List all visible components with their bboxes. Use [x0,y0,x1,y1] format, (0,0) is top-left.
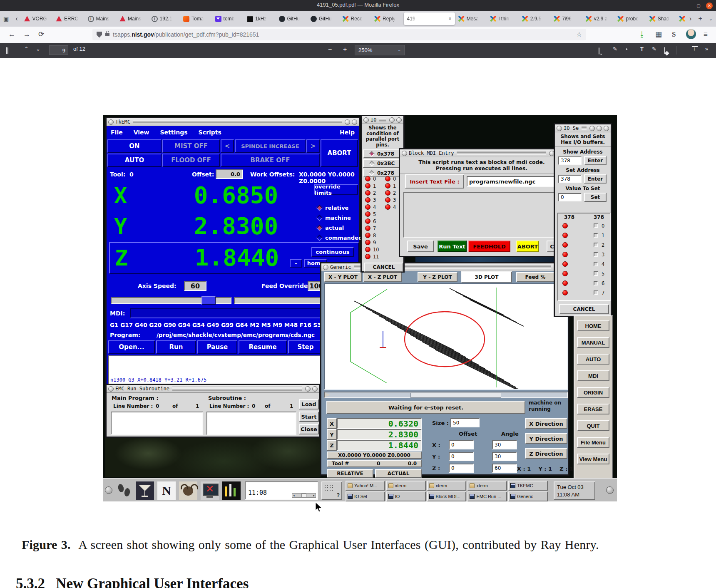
browser-tab[interactable]: Reply [372,12,403,25]
offset-field[interactable]: 0.0 [216,169,243,179]
browser-tab[interactable]: GitHu [308,12,339,25]
browser-tab[interactable]: Shad [647,12,678,25]
browser-tab[interactable]: Toma [181,12,212,25]
io-set-titlebar[interactable]: IO Se [555,124,611,132]
scrollbar-thumb[interactable] [410,393,501,398]
firefox-view-icon[interactable]: ▣ [0,15,12,23]
angle-field[interactable]: 30 [492,452,517,461]
axis-speed-value[interactable]: 60 [184,281,206,291]
footprint-launcher-icon[interactable] [115,481,133,500]
abort-button[interactable]: ABORT [516,241,539,252]
menu-item[interactable]: View [134,129,149,136]
zoom-in-icon[interactable]: + [343,46,347,53]
mode-menu-button[interactable]: MDI [577,370,609,381]
maximize-icon[interactable]: ▢ [695,2,702,9]
window-menu-icon[interactable] [323,265,328,270]
maximize-icon[interactable] [312,386,318,392]
axis-letter-button[interactable]: X [327,418,337,429]
on-button[interactable]: ON [107,139,162,153]
taskbar-window-button[interactable]: Block MDI... [427,491,467,501]
browser-tab[interactable]: Mains [85,12,117,25]
extensions-puzzle-icon[interactable]: ▦ [655,30,662,39]
offset-field[interactable]: 0 [449,440,474,449]
url-bar[interactable]: tsapps.nist.gov/publication/get_pdf.cfm?… [92,29,586,40]
browser-tab[interactable]: VORG [22,12,53,25]
lock-icon[interactable] [105,33,109,36]
window-menu-icon[interactable] [363,117,369,123]
axis-speed-slider-thumb[interactable] [201,296,216,305]
file-path-field[interactable]: programs/newfile.ngc [467,176,560,187]
maximize-icon[interactable] [597,126,602,131]
browser-tab[interactable]: v2.9 a [583,12,614,25]
iconify-icon[interactable] [305,386,311,392]
browser-tab[interactable]: tomb [213,12,244,25]
browser-tab[interactable]: 1kHz [244,12,276,25]
taskbar-window-button[interactable]: Yahoo! M... [346,481,385,491]
back-icon[interactable]: ← [8,30,15,39]
menu-item[interactable]: Scripts [199,129,221,136]
window-menu-icon[interactable] [108,119,114,125]
main-program-box[interactable] [111,412,203,435]
bit-checkbox[interactable] [594,252,598,257]
port-radio[interactable]: 0x378 [363,149,402,158]
run-text-button[interactable]: Run Text [438,241,467,252]
axis-letter-button[interactable]: Z [327,440,337,451]
io-set-cancel-button[interactable]: CANCEL [559,304,609,314]
auto-button[interactable]: AUTO [107,154,162,167]
offset-field[interactable]: 0 [449,452,474,461]
iconify-icon[interactable] [389,117,395,123]
minimize-icon[interactable]: — [684,2,691,9]
relative-button[interactable]: RELATIVE [327,469,373,478]
page-number-input[interactable]: 9 [49,45,68,55]
new-tab-icon[interactable]: + [695,14,705,23]
io-cancel-button[interactable]: CANCEL [364,263,403,272]
browser-tab[interactable]: 2.9.5 [520,12,551,25]
display-launcher-icon[interactable]: ✕ [201,481,219,500]
program-control-button[interactable]: Step [288,340,323,354]
angle-field[interactable]: 30 [492,440,517,449]
bit-checkbox[interactable] [594,281,598,285]
bit-checkbox[interactable] [594,233,598,238]
radio-option[interactable]: relative [317,203,362,213]
bit-checkbox[interactable] [594,271,598,276]
mode-menu-button[interactable]: File Menu [577,437,609,448]
radio-option[interactable]: commanded [317,233,362,243]
menu-item-help[interactable]: Help [340,129,355,136]
radio-option[interactable]: actual [317,223,362,233]
subroutine-box[interactable] [206,412,296,435]
bookmark-star-icon[interactable]: ☆ [577,31,582,38]
tab-yz-plot[interactable]: Y - Z PLOT [418,272,457,282]
taskbar-window-button[interactable]: Generic [508,491,548,501]
page-up-icon[interactable]: ⌃ [24,46,29,52]
bit-checkbox[interactable] [594,223,598,228]
bit-checkbox[interactable] [594,243,598,247]
browser-tab[interactable]: Mesa [456,12,487,25]
mode-menu-button[interactable]: ORIGIN [577,387,609,398]
menu-item[interactable]: File [111,129,123,136]
spindle-decrease-button[interactable]: < [221,139,234,153]
close-button[interactable]: Close [299,424,319,434]
tab-overflow-icon[interactable]: › [686,14,695,23]
program-control-button[interactable]: Open... [108,340,155,354]
radio-option[interactable]: machine [317,213,362,223]
program-control-button[interactable]: Resume [239,340,287,354]
browser-tab[interactable]: ERRO [53,12,85,25]
program-control-button[interactable]: Run [156,340,196,354]
show-address-field[interactable]: 378 [558,156,582,165]
menu-hamburger-icon[interactable]: ≡ [704,30,708,39]
audio-launcher-icon[interactable] [222,481,241,500]
spindle-up-button[interactable]: > [306,139,320,153]
browser-tab[interactable]: I thin [487,12,519,25]
close-icon[interactable]: ✕ [706,2,713,9]
angle-field[interactable]: 60 [492,464,517,473]
jog-minus-button[interactable]: - [290,259,302,268]
active-tab[interactable]: 419 × [404,12,455,25]
emc-run-titlebar[interactable]: EMC Run Subroutine [107,385,319,393]
tab-xz-plot[interactable]: X - Z PLOT [363,272,402,282]
mode-menu-button[interactable]: QUIT [577,420,609,431]
window-menu-icon[interactable] [108,386,114,392]
plot-h-scrollbar[interactable] [324,392,568,398]
text-tool-icon[interactable]: T [640,46,644,52]
mode-menu-button[interactable]: View Menu [577,454,609,464]
save-button[interactable]: Save [407,241,434,252]
